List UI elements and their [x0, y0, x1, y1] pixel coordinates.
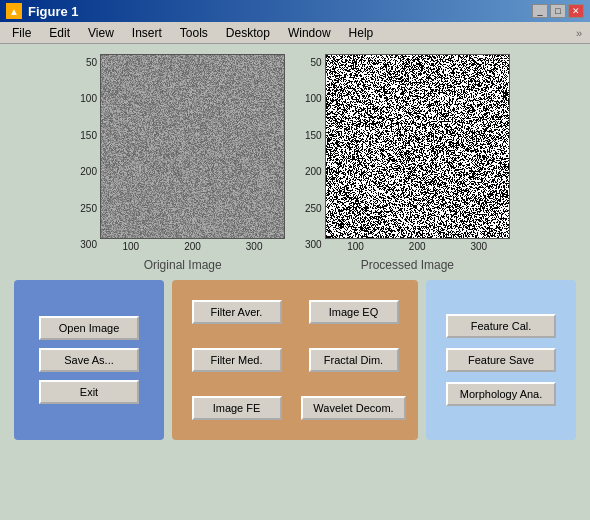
close-button[interactable]: ✕ — [568, 4, 584, 18]
app-icon: ▲ — [6, 3, 22, 19]
panels-area: Open Image Save As... Exit Filter Aver. … — [14, 280, 576, 440]
filter-aver-button[interactable]: Filter Aver. — [192, 300, 282, 324]
window-controls: _ □ ✕ — [532, 4, 584, 18]
panel-middle: Filter Aver. Image EQ Filter Med. Fracta… — [172, 280, 418, 440]
original-plot: 100 200 300 — [100, 54, 285, 252]
menu-desktop[interactable]: Desktop — [218, 24, 278, 42]
processed-image-label: Processed Image — [361, 258, 454, 272]
images-area: 50 100 150 200 250 300 100 200 300 — [14, 54, 576, 272]
processed-plot: 100 200 300 — [325, 54, 510, 252]
menu-edit[interactable]: Edit — [41, 24, 78, 42]
processed-image-with-axes: 50 100 150 200 250 300 100 200 300 — [305, 54, 510, 252]
maximize-button[interactable]: □ — [550, 4, 566, 18]
menu-tools[interactable]: Tools — [172, 24, 216, 42]
original-image-container: 50 100 150 200 250 300 100 200 300 — [80, 54, 285, 272]
processed-x-axis: 100 200 300 — [325, 239, 510, 252]
exit-button[interactable]: Exit — [39, 380, 139, 404]
processed-y-axis: 50 100 150 200 250 300 — [305, 57, 325, 252]
filter-med-button[interactable]: Filter Med. — [192, 348, 282, 372]
processed-image-container: 50 100 150 200 250 300 100 200 300 — [305, 54, 510, 272]
original-y-axis: 50 100 150 200 250 300 — [80, 57, 100, 252]
wavelet-decom-button[interactable]: Wavelet Decom. — [301, 396, 405, 420]
title-bar: ▲ Figure 1 _ □ ✕ — [0, 0, 590, 22]
image-fe-button[interactable]: Image FE — [192, 396, 282, 420]
window-title: Figure 1 — [28, 4, 526, 19]
menu-file[interactable]: File — [4, 24, 39, 42]
panel-right: Feature Cal. Feature Save Morphology Ana… — [426, 280, 576, 440]
menu-bar: File Edit View Insert Tools Desktop Wind… — [0, 22, 590, 44]
image-eq-button[interactable]: Image EQ — [309, 300, 399, 324]
open-image-button[interactable]: Open Image — [39, 316, 139, 340]
original-image-label: Original Image — [144, 258, 222, 272]
menu-insert[interactable]: Insert — [124, 24, 170, 42]
menu-help[interactable]: Help — [341, 24, 382, 42]
menu-overflow-icon: » — [576, 27, 586, 39]
minimize-button[interactable]: _ — [532, 4, 548, 18]
panel-left: Open Image Save As... Exit — [14, 280, 164, 440]
original-canvas — [100, 54, 285, 239]
feature-save-button[interactable]: Feature Save — [446, 348, 556, 372]
save-as-button[interactable]: Save As... — [39, 348, 139, 372]
original-x-axis: 100 200 300 — [100, 239, 285, 252]
feature-cal-button[interactable]: Feature Cal. — [446, 314, 556, 338]
original-image-with-axes: 50 100 150 200 250 300 100 200 300 — [80, 54, 285, 252]
main-content: 50 100 150 200 250 300 100 200 300 — [0, 44, 590, 520]
menu-window[interactable]: Window — [280, 24, 339, 42]
morphology-ana-button[interactable]: Morphology Ana. — [446, 382, 556, 406]
processed-canvas — [325, 54, 510, 239]
fractal-dim-button[interactable]: Fractal Dim. — [309, 348, 399, 372]
menu-view[interactable]: View — [80, 24, 122, 42]
